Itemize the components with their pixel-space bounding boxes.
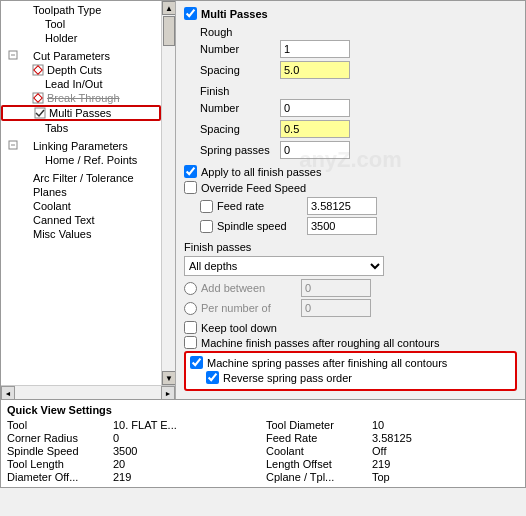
- spring-passes-input[interactable]: [280, 141, 350, 159]
- tree-item-label: Misc Values: [33, 228, 91, 240]
- keep-tool-label: Keep tool down: [201, 322, 277, 334]
- qv-value: 20: [113, 458, 260, 470]
- finish-title: Finish: [200, 85, 517, 97]
- qv-value: 3.58125: [372, 432, 519, 444]
- svg-rect-2: [33, 65, 43, 75]
- tree-item-label: Cut Parameters: [33, 50, 110, 62]
- tree-item-label: Planes: [33, 186, 67, 198]
- scroll-right-btn[interactable]: ►: [161, 386, 175, 399]
- tree-item-multi-passes[interactable]: Multi Passes: [1, 105, 161, 121]
- apply-finish-checkbox[interactable]: [184, 165, 197, 178]
- qv-label: Feed Rate: [266, 432, 366, 444]
- reverse-spring-label: Reverse spring pass order: [223, 372, 352, 384]
- tree-item-label: Toolpath Type: [33, 4, 101, 16]
- tree-item-linking-parameters[interactable]: Linking Parameters: [1, 139, 161, 153]
- tree-item-coolant[interactable]: Coolant: [1, 199, 161, 213]
- tree-item-label: Depth Cuts: [47, 64, 102, 76]
- rough-number-label: Number: [200, 43, 280, 55]
- scroll-down-btn[interactable]: ▼: [162, 371, 175, 385]
- tree-item-label: Home / Ref. Points: [45, 154, 137, 166]
- tree-item-break-through[interactable]: Break Through: [1, 91, 161, 105]
- tree-item-cut-parameters[interactable]: Cut Parameters: [1, 49, 161, 63]
- tree-item-label: Lead In/Out: [45, 78, 103, 90]
- tree-item-tool[interactable]: Tool: [1, 17, 161, 31]
- feed-rate-checkbox[interactable]: [200, 200, 213, 213]
- feed-rate-input[interactable]: [307, 197, 377, 215]
- qv-label: Tool: [7, 419, 107, 431]
- tree-item-label: Tool: [45, 18, 65, 30]
- tree-item-arc-filter[interactable]: Arc Filter / Tolerance: [1, 171, 161, 185]
- tree-item-tabs[interactable]: Tabs: [1, 121, 161, 135]
- apply-finish-label: Apply to all finish passes: [201, 166, 321, 178]
- tree-item-misc-values[interactable]: Misc Values: [1, 227, 161, 241]
- per-number-input[interactable]: [301, 299, 371, 317]
- reverse-spring-checkbox[interactable]: [206, 371, 219, 384]
- finish-passes-select[interactable]: All depths: [184, 256, 384, 276]
- tree-check-icon: [31, 64, 45, 76]
- spindle-speed-input[interactable]: [307, 217, 377, 235]
- per-number-label: Per number of: [201, 302, 301, 314]
- qv-value: Off: [372, 445, 519, 457]
- feed-rate-label: Feed rate: [217, 200, 307, 212]
- qv-value: Top: [372, 471, 519, 483]
- qv-label: Diameter Off...: [7, 471, 107, 483]
- tree-item-canned-text[interactable]: Canned Text: [1, 213, 161, 227]
- qv-value: 10. FLAT E...: [113, 419, 260, 431]
- qv-value: 0: [113, 432, 260, 444]
- add-between-input[interactable]: [301, 279, 371, 297]
- tree-item-label: Arc Filter / Tolerance: [33, 172, 134, 184]
- per-number-radio[interactable]: [184, 302, 197, 315]
- tree-item-home-ref-points[interactable]: Home / Ref. Points: [1, 153, 161, 167]
- qv-value: 219: [372, 458, 519, 470]
- quick-view-title: Quick View Settings: [7, 404, 519, 416]
- finish-spacing-label: Spacing: [200, 123, 280, 135]
- finish-spacing-input[interactable]: [280, 120, 350, 138]
- finish-number-input[interactable]: [280, 99, 350, 117]
- machine-finish-label: Machine finish passes after roughing all…: [201, 337, 439, 349]
- qv-label: Coolant: [266, 445, 366, 457]
- spring-passes-label: Spring passes: [200, 144, 280, 156]
- qv-value: 219: [113, 471, 260, 483]
- scroll-thumb[interactable]: [163, 16, 175, 46]
- tree-item-label: Tabs: [45, 122, 68, 134]
- machine-spring-checkbox[interactable]: [190, 356, 203, 369]
- machine-finish-checkbox[interactable]: [184, 336, 197, 349]
- spindle-speed-checkbox[interactable]: [200, 220, 213, 233]
- tree-item-toolpath-type[interactable]: Toolpath Type: [1, 3, 161, 17]
- tree-item-depth-cuts[interactable]: Depth Cuts: [1, 63, 161, 77]
- qv-label: Tool Length: [7, 458, 107, 470]
- machine-spring-label: Machine spring passes after finishing al…: [207, 357, 447, 369]
- finish-passes-title: Finish passes: [184, 241, 517, 253]
- rough-number-input[interactable]: [280, 40, 350, 58]
- tree-item-planes[interactable]: Planes: [1, 185, 161, 199]
- tree-expand-icon[interactable]: [7, 50, 19, 62]
- qv-label: Corner Radius: [7, 432, 107, 444]
- rough-title: Rough: [200, 26, 517, 38]
- tree-item-label: Break Through: [47, 92, 120, 104]
- tree-item-label: Canned Text: [33, 214, 95, 226]
- tree-item-holder[interactable]: Holder: [1, 31, 161, 45]
- multi-passes-label: Multi Passes: [201, 8, 268, 20]
- add-between-label: Add between: [201, 282, 301, 294]
- scroll-up-btn[interactable]: ▲: [162, 1, 175, 15]
- qv-label: Length Offset: [266, 458, 366, 470]
- override-feed-label: Override Feed Speed: [201, 182, 306, 194]
- rough-spacing-input[interactable]: [280, 61, 350, 79]
- tree-item-lead-in-out[interactable]: Lead In/Out: [1, 77, 161, 91]
- scroll-left-btn[interactable]: ◄: [1, 386, 15, 399]
- tree-expand-icon[interactable]: [7, 140, 19, 152]
- tree-item-label: Holder: [45, 32, 77, 44]
- override-feed-checkbox[interactable]: [184, 181, 197, 194]
- multi-passes-checkbox[interactable]: [184, 7, 197, 20]
- qv-label: Cplane / Tpl...: [266, 471, 366, 483]
- svg-rect-4: [33, 93, 43, 103]
- finish-number-label: Number: [200, 102, 280, 114]
- tree-check-icon: [31, 92, 45, 104]
- keep-tool-checkbox[interactable]: [184, 321, 197, 334]
- qv-value: 10: [372, 419, 519, 431]
- add-between-radio[interactable]: [184, 282, 197, 295]
- tree-item-label: Multi Passes: [49, 107, 111, 119]
- qv-value: 3500: [113, 445, 260, 457]
- highlighted-spring-box: Machine spring passes after finishing al…: [184, 351, 517, 391]
- rough-spacing-label: Spacing: [200, 64, 280, 76]
